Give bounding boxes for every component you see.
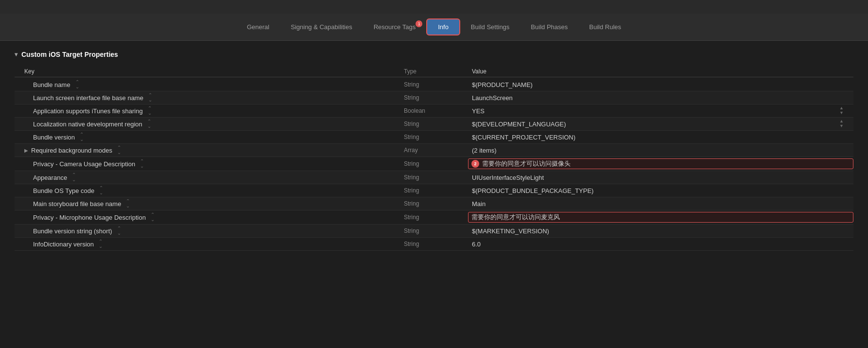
value-stepper-wrapper: $(DEVELOPMENT_LANGUAGE)▲▼ [472,119,853,129]
row-key-3: Localization native development region⌃⌄ [15,119,400,129]
row-value-2: YES▲▼ [468,106,853,116]
col-header-key: Key [15,68,400,75]
properties-table: Bundle name⌃⌄String$(PRODUCT_NAME)Launch… [15,78,853,251]
table-row[interactable]: Bundle version string (short)⌃⌄String$(M… [15,225,853,238]
row-key-4: Bundle version⌃⌄ [15,132,400,142]
row-value-7: UIUserInterfaceStyleLight [468,174,853,181]
row-type-5: Array [400,147,468,154]
row-key-8: Bundle OS Type code⌃⌄ [15,186,400,195]
row-value-5: (2 items) [468,147,853,154]
table-row[interactable]: Bundle OS Type code⌃⌄String$(PRODUCT_BUN… [15,184,853,197]
row-type-0: String [400,81,468,88]
row-key-6: Privacy - Camera Usage Description⌃⌄ [15,159,400,169]
tab-build-settings[interactable]: Build Settings [460,19,521,35]
table-row[interactable]: Main storyboard file base name⌃⌄StringMa… [15,197,853,210]
row-sort-arrows[interactable]: ⌃⌄ [80,132,84,142]
row-type-7: String [400,174,468,181]
tab-signing[interactable]: Signing & Capabilities [280,19,363,35]
row-sort-arrows[interactable]: ⌃⌄ [151,212,155,222]
row-sort-arrows[interactable]: ⌃⌄ [72,173,76,182]
row-type-1: String [400,94,468,101]
row-sort-arrows[interactable]: ⌃⌄ [99,239,103,249]
stepper-arrows-icon[interactable]: ▲▼ [839,119,844,129]
table-row[interactable]: Localization native development region⌃⌄… [15,118,853,131]
row-key-5: ▶Required background modes⌃⌄ [15,145,400,155]
row-value-4: $(CURRENT_PROJECT_VERSION) [468,134,853,141]
row-type-6: String [400,160,468,167]
tab-bar: GeneralSigning & CapabilitiesResource Ta… [0,14,868,41]
section-header: ▾ Custom iOS Target Properties [15,51,853,58]
row-sort-arrows[interactable]: ⌃⌄ [140,159,144,169]
row-type-12: String [400,241,468,247]
row-key-12: InfoDictionary version⌃⌄ [15,239,400,249]
row-key-9: Main storyboard file base name⌃⌄ [15,199,400,209]
tab-resource-tags[interactable]: Resource Tags1 [363,19,426,35]
row-type-3: String [400,121,468,127]
row-type-10: String [400,214,468,221]
row-sort-arrows[interactable]: ⌃⌄ [75,80,79,89]
row-key-1: Launch screen interface file base name⌃⌄ [15,93,400,103]
row-value-12: 6.0 [468,241,853,248]
row-sort-arrows[interactable]: ⌃⌄ [148,106,152,116]
row-type-11: String [400,227,468,234]
table-row[interactable]: Bundle version⌃⌄String$(CURRENT_PROJECT_… [15,131,853,144]
table-row[interactable]: Privacy - Camera Usage Description⌃⌄Stri… [15,157,853,171]
row-sort-arrows[interactable]: ⌃⌄ [99,186,103,195]
section-title: Custom iOS Target Properties [21,51,118,58]
tab-build-phases[interactable]: Build Phases [520,19,578,35]
tab-badge-resource-tags: 1 [416,20,422,27]
table-row[interactable]: Application supports iTunes file sharing… [15,104,853,118]
table-header: Key Type Value [15,66,853,77]
table-row[interactable]: Bundle name⌃⌄String$(PRODUCT_NAME) [15,78,853,91]
row-type-4: String [400,134,468,140]
section-chevron-icon[interactable]: ▾ [15,51,17,58]
row-value-3: $(DEVELOPMENT_LANGUAGE)▲▼ [468,119,853,129]
value-stepper-wrapper: YES▲▼ [472,106,853,116]
row-sort-arrows[interactable]: ⌃⌄ [147,119,151,129]
row-key-7: Appearance⌃⌄ [15,173,400,182]
row-value-1: LaunchScreen [468,94,853,102]
table-row[interactable]: Launch screen interface file base name⌃⌄… [15,91,853,104]
tab-general[interactable]: General [236,19,280,35]
tab-build-rules[interactable]: Build Rules [578,19,632,35]
col-header-type: Type [400,68,468,75]
row-type-2: Boolean [400,107,468,114]
row-value-10: 需要你的同意才可以访问麦克风 [468,212,853,223]
row-value-0: $(PRODUCT_NAME) [468,81,853,88]
table-row[interactable]: ▶Required background modes⌃⌄Array(2 item… [15,144,853,157]
table-row[interactable]: Privacy - Microphone Usage Description⌃⌄… [15,210,853,225]
content-area: ▾ Custom iOS Target Properties Key Type … [0,41,868,261]
row-badge: 2 [471,160,479,168]
table-row[interactable]: InfoDictionary version⌃⌄String6.0 [15,238,853,251]
row-key-0: Bundle name⌃⌄ [15,80,400,89]
row-value-8: $(PRODUCT_BUNDLE_PACKAGE_TYPE) [468,187,853,194]
expand-icon[interactable]: ▶ [24,148,28,153]
table-row[interactable]: Appearance⌃⌄StringUIUserInterfaceStyleLi… [15,171,853,184]
col-header-value: Value [468,68,853,75]
top-bar [0,0,868,14]
row-value-11: $(MARKETING_VERSION) [468,227,853,235]
tab-info[interactable]: Info [426,18,460,35]
row-value-9: Main [468,200,853,208]
stepper-arrows-icon[interactable]: ▲▼ [839,106,844,116]
row-type-8: String [400,187,468,194]
row-key-10: Privacy - Microphone Usage Description⌃⌄ [15,212,400,222]
row-sort-arrows[interactable]: ⌃⌄ [117,226,121,236]
row-sort-arrows[interactable]: ⌃⌄ [148,93,152,103]
row-key-2: Application supports iTunes file sharing… [15,106,400,116]
row-key-11: Bundle version string (short)⌃⌄ [15,226,400,236]
row-sort-arrows[interactable]: ⌃⌄ [126,199,130,209]
row-value-6: 2需要你的同意才可以访问摄像头 [468,158,853,169]
row-sort-arrows[interactable]: ⌃⌄ [117,145,121,155]
row-type-9: String [400,200,468,207]
